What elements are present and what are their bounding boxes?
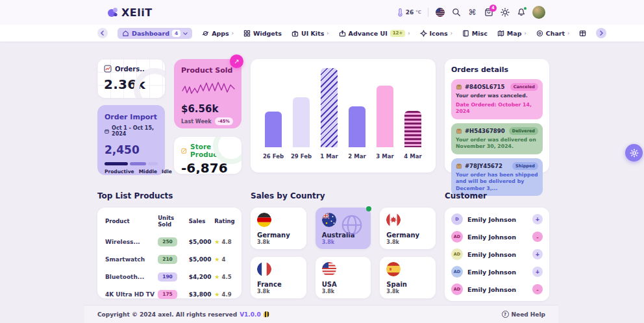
nav-item-icons[interactable]: Icons› (420, 30, 452, 37)
germany-flag-icon (257, 213, 271, 227)
package-icon (456, 84, 462, 90)
chart-bar[interactable] (349, 106, 365, 147)
settings-button[interactable] (625, 144, 643, 162)
product-sold-expand-button[interactable]: ↗ (230, 54, 243, 68)
rating-value: 4 (222, 256, 226, 263)
order-item-delivered[interactable]: #H54367890 Delivered Your order was deli… (451, 123, 543, 154)
france-flag-icon (257, 262, 271, 276)
nav-item-apps[interactable]: Apps› (202, 30, 234, 37)
sales-bar-chart-card: 26 Feb 29 Feb 1 Mar 2 Mar 3 Mar 4 Mar (251, 59, 436, 173)
nav-item-chart[interactable]: Chart› (536, 30, 570, 37)
customer-name: Emily Johnson (467, 269, 528, 276)
orders-value: 2.36k (104, 77, 158, 92)
orders-stat-card[interactable]: Orders... 2.36k (97, 59, 165, 98)
product-name: Smartwatch (105, 252, 158, 267)
customer-avatar: AD (451, 266, 463, 278)
nav-item-dashboard[interactable]: Dashboard 4 (118, 28, 192, 39)
temperature-widget: 26 °C (397, 8, 421, 17)
nav-item-widgets[interactable]: Widgets (243, 30, 282, 37)
product-sold-sparkline (181, 80, 236, 97)
x-tick: 26 Feb (262, 153, 284, 160)
country-card-australia[interactable]: Australia 3.8k (316, 208, 371, 249)
app-logo[interactable]: XEliT (107, 6, 153, 19)
nav-item-map[interactable]: Map› (497, 30, 526, 37)
cart-icon[interactable]: 4 (484, 8, 493, 18)
add-customer-button[interactable]: + (532, 267, 543, 277)
customer-avatar: AD (451, 283, 463, 295)
star-icon: ★ (214, 274, 219, 280)
x-tick: 1 Mar (318, 153, 340, 160)
order-item-shipped[interactable]: #78JY45672 Shipped Your order has been s… (451, 158, 543, 197)
customer-row: AD Emily Johnson - (451, 231, 543, 243)
spain-flag-icon (386, 262, 401, 276)
customer-name: Emily Johnson (467, 216, 528, 223)
chart-bar[interactable] (404, 111, 421, 147)
bar-chart-x-axis: 26 Feb 29 Feb 1 Mar 2 Mar 3 Mar 4 Mar (261, 153, 425, 160)
country-name: Germany (257, 232, 300, 239)
remove-customer-button[interactable]: - (532, 232, 543, 242)
customer-row: AD Emily Johnson + (451, 248, 543, 260)
legend-idle: Idle (162, 169, 172, 174)
temperature-unit: °C (415, 10, 421, 15)
version-link[interactable]: V1.0.0 (240, 311, 261, 318)
orders-details-card: Orders details #84OSL6715 Canceled (445, 59, 549, 173)
nav-scroll-left-button[interactable] (97, 28, 108, 38)
nav-item-ui-kits[interactable]: UI Kits› (291, 30, 329, 37)
store-product-value: -6,876 (181, 160, 234, 174)
nav-scroll-right-button[interactable] (596, 28, 606, 38)
customer-row: D Emily Johnson + (451, 213, 543, 225)
notifications-bell-icon[interactable] (516, 8, 526, 18)
country-name: USA (322, 281, 365, 288)
star-sparkle-icon (420, 30, 427, 37)
footer: Copyright © 2024 axel. All rights reserv… (84, 305, 558, 323)
product-name: Bluetooth... (105, 269, 158, 284)
customer-row: AD Emily Johnson + (451, 266, 543, 278)
command-shortcut-icon[interactable]: ⌘ (467, 8, 477, 18)
chart-bar[interactable] (265, 112, 282, 147)
remove-customer-button[interactable]: - (532, 284, 543, 294)
legend-middle: Middle (139, 169, 157, 174)
nav-item-advance-ui[interactable]: Advance UI 12+ › (339, 30, 410, 37)
x-tick: 4 Mar (402, 153, 424, 160)
chart-bar[interactable] (377, 86, 393, 147)
country-card-usa[interactable]: USA 3.8k (316, 257, 371, 298)
product-sold-period: Last Week (181, 119, 212, 125)
book-icon (462, 30, 469, 37)
order-message: Your order was canceled. (456, 93, 538, 100)
country-card-france[interactable]: France 3.8k (251, 257, 306, 298)
chart-bar[interactable] (321, 68, 338, 147)
country-card-germany-2[interactable]: Germany 3.8k (380, 208, 436, 249)
order-import-card[interactable]: Order Import Oct 1 - Oct 15, 2024 2,450 … (97, 105, 165, 175)
units-badge: 210 (158, 255, 177, 264)
units-badge: 175 (158, 290, 177, 299)
rating-value: 4.9 (222, 291, 232, 298)
legend-productive: Productive (105, 169, 134, 174)
theme-sun-icon[interactable] (500, 8, 510, 18)
notification-dot (523, 6, 527, 10)
product-sold-card[interactable]: ↗ Product Sold $6.56k Last Week -45% (174, 59, 242, 128)
rating-value: 4.5 (222, 274, 232, 280)
add-customer-button[interactable]: + (532, 249, 543, 259)
language-flag-icon[interactable] (435, 8, 445, 18)
user-avatar[interactable] (532, 6, 545, 19)
country-card-spain[interactable]: Spain 3.8k (380, 257, 436, 298)
nav-item-table[interactable] (579, 30, 586, 37)
usa-flag-icon (322, 262, 336, 276)
add-customer-button[interactable]: + (532, 214, 543, 224)
rating-value: 4.8 (222, 239, 232, 245)
chart-bar[interactable] (293, 97, 310, 147)
country-value: 3.8k (386, 239, 429, 245)
store-product-card[interactable]: Store Product -6,876 (174, 137, 242, 174)
x-tick: 3 Mar (374, 153, 396, 160)
copyright-text: Copyright © 2024 axel. All rights reserv… (97, 311, 237, 318)
country-card-germany[interactable]: Germany 3.8k (251, 208, 306, 249)
need-help-link[interactable]: ? Need Help (502, 311, 545, 318)
x-tick: 29 Feb (290, 153, 312, 160)
sales-value: $4,200 (189, 269, 215, 284)
country-name: France (257, 281, 300, 288)
search-icon[interactable] (451, 8, 461, 18)
donut-chart-icon (536, 30, 543, 37)
usa-flag-icon (436, 8, 445, 17)
nav-item-misc[interactable]: Misc (462, 30, 488, 37)
order-item-canceled[interactable]: #84OSL6715 Canceled Your order was cance… (451, 79, 543, 119)
